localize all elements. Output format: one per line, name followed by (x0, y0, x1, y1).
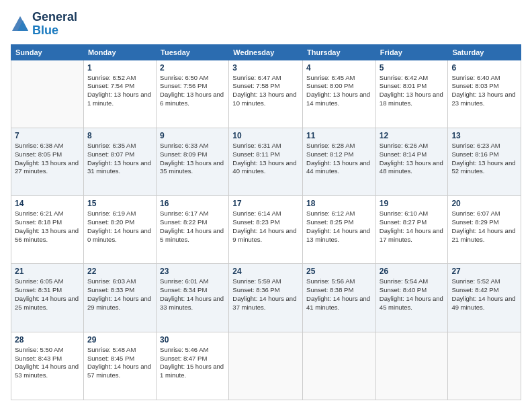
calendar-cell: 3Sunrise: 6:47 AMSunset: 7:58 PMDaylight… (229, 60, 303, 128)
calendar-cell (448, 332, 521, 400)
calendar-cell: 24Sunrise: 5:59 AMSunset: 8:36 PMDayligh… (229, 264, 303, 332)
logo-icon (11, 15, 30, 34)
calendar-cell: 26Sunrise: 5:54 AMSunset: 8:40 PMDayligh… (375, 264, 448, 332)
day-number: 23 (160, 267, 225, 276)
day-number: 19 (380, 199, 445, 208)
calendar-table: SundayMondayTuesdayWednesdayThursdayFrid… (11, 44, 521, 400)
logo: General Blue (11, 11, 77, 38)
calendar-week-row: 21Sunrise: 6:05 AMSunset: 8:31 PMDayligh… (11, 264, 521, 332)
calendar-header-row: SundayMondayTuesdayWednesdayThursdayFrid… (11, 44, 521, 60)
day-info: Sunrise: 5:48 AMSunset: 8:45 PMDaylight:… (87, 346, 152, 380)
calendar-cell: 15Sunrise: 6:19 AMSunset: 8:20 PMDayligh… (83, 196, 156, 264)
calendar-cell: 6Sunrise: 6:40 AMSunset: 8:03 PMDaylight… (448, 60, 521, 128)
day-info: Sunrise: 6:05 AMSunset: 8:31 PMDaylight:… (15, 277, 80, 312)
day-number: 21 (15, 267, 80, 276)
calendar-cell: 20Sunrise: 6:07 AMSunset: 8:29 PMDayligh… (448, 196, 521, 264)
column-header-tuesday: Tuesday (157, 44, 229, 60)
calendar-cell: 28Sunrise: 5:50 AMSunset: 8:43 PMDayligh… (11, 332, 84, 400)
day-info: Sunrise: 6:01 AMSunset: 8:34 PMDaylight:… (160, 277, 225, 312)
column-header-saturday: Saturday (448, 44, 521, 60)
calendar-cell: 17Sunrise: 6:14 AMSunset: 8:23 PMDayligh… (229, 196, 303, 264)
calendar-week-row: 28Sunrise: 5:50 AMSunset: 8:43 PMDayligh… (11, 332, 521, 400)
day-info: Sunrise: 6:26 AMSunset: 8:14 PMDaylight:… (380, 142, 445, 176)
calendar-cell: 1Sunrise: 6:52 AMSunset: 7:54 PMDaylight… (83, 60, 156, 128)
calendar-cell: 4Sunrise: 6:45 AMSunset: 8:00 PMDaylight… (303, 60, 376, 128)
day-info: Sunrise: 6:47 AMSunset: 7:58 PMDaylight:… (232, 74, 299, 108)
calendar-cell: 5Sunrise: 6:42 AMSunset: 8:01 PMDaylight… (375, 60, 448, 128)
day-number: 18 (306, 199, 372, 208)
day-number: 9 (160, 131, 225, 140)
day-info: Sunrise: 6:07 AMSunset: 8:29 PMDaylight:… (451, 210, 517, 244)
day-info: Sunrise: 6:12 AMSunset: 8:25 PMDaylight:… (306, 210, 372, 244)
day-number: 26 (380, 267, 445, 276)
day-info: Sunrise: 5:54 AMSunset: 8:40 PMDaylight:… (380, 277, 445, 312)
calendar-cell (11, 60, 84, 128)
day-number: 17 (232, 199, 299, 208)
column-header-wednesday: Wednesday (229, 44, 303, 60)
calendar-week-row: 1Sunrise: 6:52 AMSunset: 7:54 PMDaylight… (11, 60, 521, 128)
day-number: 22 (87, 267, 152, 276)
day-info: Sunrise: 5:50 AMSunset: 8:43 PMDaylight:… (15, 346, 80, 380)
day-info: Sunrise: 6:38 AMSunset: 8:05 PMDaylight:… (15, 142, 80, 176)
day-info: Sunrise: 6:52 AMSunset: 7:54 PMDaylight:… (87, 74, 152, 108)
day-info: Sunrise: 6:31 AMSunset: 8:11 PMDaylight:… (232, 142, 299, 176)
day-number: 30 (160, 335, 225, 345)
day-info: Sunrise: 6:28 AMSunset: 8:12 PMDaylight:… (306, 142, 372, 176)
calendar-cell: 2Sunrise: 6:50 AMSunset: 7:56 PMDaylight… (157, 60, 229, 128)
day-info: Sunrise: 6:35 AMSunset: 8:07 PMDaylight:… (87, 142, 152, 176)
calendar-week-row: 7Sunrise: 6:38 AMSunset: 8:05 PMDaylight… (11, 128, 521, 195)
day-number: 28 (15, 335, 80, 345)
day-number: 14 (15, 199, 80, 208)
calendar-cell: 23Sunrise: 6:01 AMSunset: 8:34 PMDayligh… (157, 264, 229, 332)
day-number: 7 (15, 131, 80, 140)
day-number: 13 (451, 131, 517, 140)
day-number: 25 (306, 267, 372, 276)
calendar-cell (303, 332, 376, 400)
calendar-cell: 21Sunrise: 6:05 AMSunset: 8:31 PMDayligh… (11, 264, 84, 332)
calendar-cell: 25Sunrise: 5:56 AMSunset: 8:38 PMDayligh… (303, 264, 376, 332)
header: General Blue (11, 11, 521, 38)
calendar-cell: 10Sunrise: 6:31 AMSunset: 8:11 PMDayligh… (229, 128, 303, 195)
day-info: Sunrise: 6:21 AMSunset: 8:18 PMDaylight:… (15, 210, 80, 244)
day-info: Sunrise: 6:33 AMSunset: 8:09 PMDaylight:… (160, 142, 225, 176)
calendar-cell: 29Sunrise: 5:48 AMSunset: 8:45 PMDayligh… (83, 332, 156, 400)
calendar-cell: 14Sunrise: 6:21 AMSunset: 8:18 PMDayligh… (11, 196, 84, 264)
calendar-cell (375, 332, 448, 400)
day-info: Sunrise: 6:45 AMSunset: 8:00 PMDaylight:… (306, 74, 372, 108)
day-number: 24 (232, 267, 299, 276)
calendar-cell: 8Sunrise: 6:35 AMSunset: 8:07 PMDaylight… (83, 128, 156, 195)
day-number: 27 (451, 267, 517, 276)
column-header-sunday: Sunday (11, 44, 84, 60)
calendar-cell: 19Sunrise: 6:10 AMSunset: 8:27 PMDayligh… (375, 196, 448, 264)
page: General Blue SundayMondayTuesdayWednesda… (0, 0, 532, 411)
day-number: 6 (451, 63, 517, 73)
column-header-friday: Friday (375, 44, 448, 60)
day-info: Sunrise: 5:56 AMSunset: 8:38 PMDaylight:… (306, 277, 372, 312)
day-info: Sunrise: 6:40 AMSunset: 8:03 PMDaylight:… (451, 74, 517, 108)
day-number: 3 (232, 63, 299, 73)
calendar-cell: 27Sunrise: 5:52 AMSunset: 8:42 PMDayligh… (448, 264, 521, 332)
day-number: 16 (160, 199, 225, 208)
day-info: Sunrise: 6:14 AMSunset: 8:23 PMDaylight:… (232, 210, 299, 244)
day-info: Sunrise: 6:50 AMSunset: 7:56 PMDaylight:… (160, 74, 225, 108)
day-info: Sunrise: 5:52 AMSunset: 8:42 PMDaylight:… (451, 277, 517, 312)
day-number: 5 (380, 63, 445, 73)
day-number: 15 (87, 199, 152, 208)
calendar-cell: 13Sunrise: 6:23 AMSunset: 8:16 PMDayligh… (448, 128, 521, 195)
calendar-week-row: 14Sunrise: 6:21 AMSunset: 8:18 PMDayligh… (11, 196, 521, 264)
day-number: 20 (451, 199, 517, 208)
day-info: Sunrise: 5:59 AMSunset: 8:36 PMDaylight:… (232, 277, 299, 312)
logo-text: General Blue (32, 11, 77, 38)
calendar-cell: 16Sunrise: 6:17 AMSunset: 8:22 PMDayligh… (157, 196, 229, 264)
calendar-cell: 22Sunrise: 6:03 AMSunset: 8:33 PMDayligh… (83, 264, 156, 332)
day-info: Sunrise: 6:17 AMSunset: 8:22 PMDaylight:… (160, 210, 225, 244)
day-info: Sunrise: 6:03 AMSunset: 8:33 PMDaylight:… (87, 277, 152, 312)
column-header-monday: Monday (83, 44, 156, 60)
calendar-cell: 12Sunrise: 6:26 AMSunset: 8:14 PMDayligh… (375, 128, 448, 195)
calendar-cell: 7Sunrise: 6:38 AMSunset: 8:05 PMDaylight… (11, 128, 84, 195)
calendar-cell: 9Sunrise: 6:33 AMSunset: 8:09 PMDaylight… (157, 128, 229, 195)
calendar-cell: 30Sunrise: 5:46 AMSunset: 8:47 PMDayligh… (157, 332, 229, 400)
calendar-cell: 11Sunrise: 6:28 AMSunset: 8:12 PMDayligh… (303, 128, 376, 195)
day-number: 8 (87, 131, 152, 140)
day-number: 29 (87, 335, 152, 345)
